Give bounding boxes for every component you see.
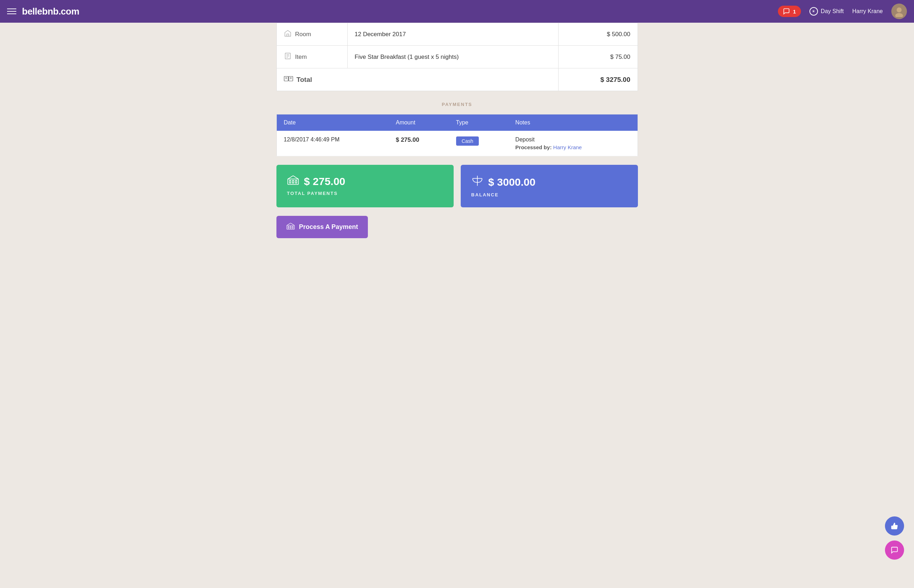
item-label: Item [295, 53, 307, 61]
svg-line-23 [291, 223, 294, 225]
total-amount: $ 3275.00 [559, 68, 638, 91]
shift-icon: ☀ [809, 7, 818, 16]
process-payment-button[interactable]: Process A Payment [276, 216, 368, 238]
total-payments-value: $ 275.00 [304, 175, 346, 187]
room-icon [284, 29, 292, 39]
shift-info[interactable]: ☀ Day Shift [809, 7, 844, 16]
payment-date: 12/8/2017 4:46:49 PM [276, 131, 389, 156]
payment-amount: $ 275.00 [389, 131, 449, 156]
chat-icon [783, 8, 790, 15]
room-label: Room [295, 31, 311, 38]
payment-notes: Deposit Processed by: Harry Krane [508, 131, 638, 156]
invoice-total-row: Total $ 3275.00 [276, 68, 638, 91]
header-right: 1 ☀ Day Shift Harry Krane [778, 3, 907, 19]
payments-section: PAYMENTS Date Amount Type Notes 12/8/201… [276, 102, 638, 156]
invoice-row-room: Room 12 December 2017 $ 500.00 [276, 23, 638, 46]
invoice-row-item: Item Five Star Breakfast (1 guest x 5 ni… [276, 46, 638, 68]
process-payment-label: Process A Payment [299, 223, 358, 231]
svg-rect-17 [292, 180, 294, 183]
svg-rect-16 [289, 180, 291, 183]
col-date: Date [276, 115, 389, 131]
processed-by: Processed by: Harry Krane [515, 144, 630, 150]
total-label: Total [297, 76, 312, 84]
svg-rect-18 [295, 180, 297, 183]
card-balance: $ 3000.00 BALANCE [461, 165, 638, 207]
svg-rect-25 [290, 226, 291, 228]
col-type: Type [449, 115, 508, 131]
item-type-cell: Item [284, 52, 340, 62]
summary-cards: $ 275.00 TOTAL PAYMENTS $ 3000.00 BALANC… [276, 165, 638, 207]
svg-point-0 [897, 7, 902, 12]
payment-type: Cash [449, 131, 508, 156]
balance-value: $ 3000.00 [488, 176, 536, 188]
payments-table: Date Amount Type Notes 12/8/2017 4:46:49… [276, 114, 638, 156]
invoice-table: Room 12 December 2017 $ 500.00 [276, 23, 638, 91]
room-type-cell: Room [284, 29, 340, 39]
room-description: 12 December 2017 [347, 23, 559, 46]
process-payment-icon [286, 222, 295, 232]
payment-row: 12/8/2017 4:46:49 PM $ 275.00 Cash Depos… [276, 131, 638, 156]
user-name: Harry Krane [852, 8, 883, 15]
total-payments-label: TOTAL PAYMENTS [287, 191, 443, 196]
room-amount: $ 500.00 [559, 23, 638, 46]
user-avatar [891, 3, 907, 19]
item-description: Five Star Breakfast (1 guest x 5 nights) [347, 46, 559, 68]
svg-point-1 [895, 13, 903, 17]
balance-icon [472, 175, 483, 189]
floating-buttons [885, 516, 904, 560]
item-icon [284, 52, 292, 62]
col-amount: Amount [389, 115, 449, 131]
balance-label: BALANCE [472, 192, 627, 197]
thumbs-up-fab[interactable] [885, 516, 904, 536]
balance-amount-display: $ 3000.00 [472, 175, 627, 189]
total-icon [284, 75, 293, 84]
cash-badge: Cash [456, 136, 479, 146]
svg-rect-2 [287, 34, 289, 36]
svg-rect-26 [292, 226, 293, 228]
bank-icon [287, 175, 299, 188]
total-type-cell: Total [284, 75, 551, 84]
svg-line-15 [293, 176, 299, 179]
payment-note-text: Deposit [515, 136, 630, 143]
menu-hamburger[interactable] [7, 8, 16, 14]
main-content: Room 12 December 2017 $ 500.00 [269, 23, 645, 252]
svg-line-22 [287, 223, 291, 225]
app-logo: bellebnb.com [22, 6, 79, 17]
shift-label: Day Shift [821, 8, 844, 15]
svg-line-14 [287, 176, 293, 179]
col-notes: Notes [508, 115, 638, 131]
notification-badge[interactable]: 1 [778, 6, 801, 17]
item-amount: $ 75.00 [559, 46, 638, 68]
total-payments-amount-display: $ 275.00 [287, 175, 443, 188]
chat-fab[interactable] [885, 541, 904, 560]
svg-rect-24 [288, 226, 289, 228]
payments-table-header: Date Amount Type Notes [276, 115, 638, 131]
payments-section-title: PAYMENTS [276, 102, 638, 107]
header: bellebnb.com 1 ☀ Day Shift Harry Krane [0, 0, 914, 23]
notification-count: 1 [793, 8, 796, 15]
card-total-payments: $ 275.00 TOTAL PAYMENTS [276, 165, 454, 207]
processed-by-link[interactable]: Harry Krane [553, 144, 582, 150]
